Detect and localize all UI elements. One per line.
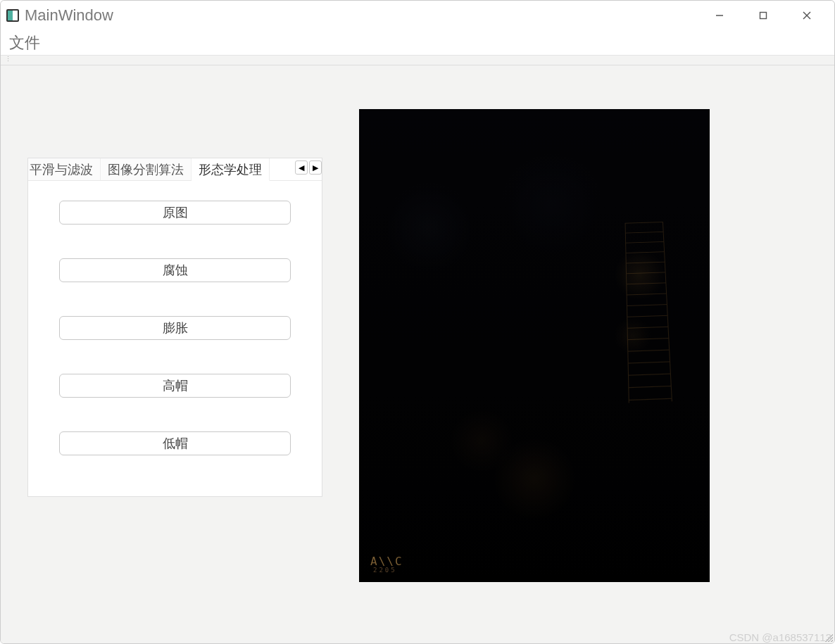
tab-label: 形态学处理: [199, 161, 262, 178]
tab-scroll-right[interactable]: ▶: [309, 160, 322, 175]
svg-rect-1: [760, 13, 767, 19]
app-icon: [6, 9, 19, 22]
tab-bar: 平滑与滤波 图像分割算法 形态学处理 ◀ ▶: [28, 158, 322, 181]
image-display: A\\C 2205: [359, 109, 710, 582]
menu-file[interactable]: 文件: [6, 32, 43, 53]
erode-button[interactable]: 腐蚀: [59, 258, 291, 282]
window-controls: [698, 1, 829, 30]
menubar: 文件: [1, 30, 834, 56]
blackhat-button[interactable]: 低帽: [59, 431, 291, 455]
tab-label: 图像分割算法: [108, 161, 184, 178]
maximize-button[interactable]: [741, 1, 785, 30]
dilate-button[interactable]: 膨胀: [59, 316, 291, 340]
triangle-right-icon: ▶: [313, 163, 318, 172]
close-button[interactable]: [785, 1, 829, 30]
tab-scroll-left[interactable]: ◀: [295, 160, 308, 175]
minimize-button[interactable]: [698, 1, 741, 30]
original-button[interactable]: 原图: [59, 201, 291, 225]
tab-morphology[interactable]: 形态学处理: [192, 158, 270, 181]
toolbar-strip: ⋮: [1, 56, 834, 65]
tab-widget: 平滑与滤波 图像分割算法 形态学处理 ◀ ▶ 原图 腐蚀 膨胀 高帽 低帽: [27, 158, 322, 497]
tophat-button[interactable]: 高帽: [59, 374, 291, 398]
tab-scrollers: ◀ ▶: [292, 160, 322, 175]
tab-segmentation[interactable]: 图像分割算法: [101, 158, 192, 180]
content-area: 平滑与滤波 图像分割算法 形态学处理 ◀ ▶ 原图 腐蚀 膨胀 高帽 低帽: [1, 65, 834, 643]
image-signature: A\\C 2205: [370, 555, 403, 574]
triangle-left-icon: ◀: [299, 163, 304, 172]
tab-content-morphology: 原图 腐蚀 膨胀 高帽 低帽: [28, 181, 322, 475]
window-title: MainWindow: [25, 6, 698, 25]
tab-smoothing-filter[interactable]: 平滑与滤波: [28, 158, 101, 180]
tab-label: 平滑与滤波: [30, 161, 93, 178]
watermark: CSDN @a168537113: [729, 631, 831, 643]
titlebar: MainWindow: [1, 1, 834, 30]
